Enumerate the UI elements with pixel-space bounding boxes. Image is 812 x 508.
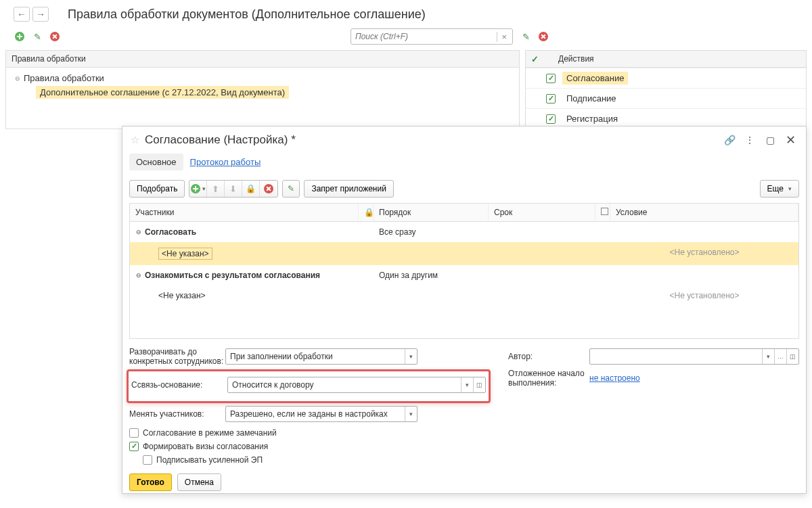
forward-button[interactable]: → [32, 7, 49, 22]
open-icon[interactable]: ◫ [473, 377, 485, 392]
expand-input[interactable]: При заполнении обработки ▾ [225, 348, 418, 365]
action-label-0: Согласование [562, 72, 628, 85]
back-button[interactable]: ← [14, 7, 30, 22]
tree-root-label: Правила обработки [24, 73, 104, 83]
search-wrap: × [351, 28, 513, 45]
page-title: Правила обработки документов (Дополнител… [68, 7, 426, 22]
select-button[interactable]: Подобрать [129, 180, 185, 198]
th-participants: Участники [130, 204, 359, 221]
action-item-0[interactable]: Согласование [526, 68, 806, 88]
condition-2: <Не установлено> [610, 289, 798, 302]
tree-item-label: Дополнительное соглашение (с 27.12.2022,… [36, 86, 289, 99]
expand-value: При заполнении обработки [226, 352, 405, 361]
approval-dialog: ☆ Согласование (Настройка) * 🔗 ⋮ ▢ ✕ Осн… [122, 126, 807, 494]
clear-search-icon[interactable]: × [497, 32, 511, 42]
actions-panel: Действия Согласование Подписание Регистр… [525, 50, 807, 129]
group-title-2: Ознакомиться с результатом согласования [145, 271, 320, 280]
tree-root[interactable]: ⊖ Правила обработки [14, 73, 514, 83]
action-check-1[interactable] [546, 94, 556, 103]
action-label-1: Подписание [562, 92, 621, 105]
chk-remarks-mode[interactable] [129, 428, 139, 438]
edit-participant-button[interactable]: ✎ [282, 180, 300, 198]
link-base-value: Относится к договору [228, 380, 461, 390]
actions-header-label: Действия [558, 54, 594, 64]
th-condition: Условие [610, 204, 798, 221]
edit-icon[interactable]: ✎ [31, 30, 43, 43]
table-row-1[interactable]: <Не указан> <Не установлено> [130, 242, 798, 265]
group-order-2: Один за другим [374, 269, 489, 282]
remove-participant-icon[interactable] [260, 181, 277, 197]
close-icon[interactable]: ✕ [783, 133, 798, 147]
chk-form-visas-label: Формировать визы согласования [143, 442, 268, 451]
table-group-2[interactable]: ⊖ Ознакомиться с результатом согласовани… [130, 265, 798, 285]
link-icon[interactable]: 🔗 [722, 133, 737, 147]
expand-label: Разворачивать до конкретных сотрудников: [129, 347, 225, 367]
maximize-icon[interactable]: ▢ [763, 133, 777, 147]
collapse-icon[interactable]: ⊖ [14, 75, 21, 82]
dropdown-icon[interactable]: ▾ [405, 407, 417, 421]
delayed-start-link[interactable]: не настроено [589, 373, 640, 383]
rules-panel: Правила обработки ⊖ Правила обработки До… [5, 50, 520, 129]
change-participants-value: Разрешено, если не заданы в настройках [226, 409, 405, 419]
th-sq [595, 204, 610, 221]
actions-panel-header: Действия [526, 51, 806, 68]
kebab-icon[interactable]: ⋮ [742, 133, 757, 147]
change-participants-label: Менять участников: [129, 409, 225, 419]
delete-right-icon[interactable] [537, 30, 549, 43]
add-icon[interactable] [14, 30, 26, 43]
group-title-1: Согласовать [145, 227, 196, 237]
open-icon[interactable]: ◫ [786, 349, 798, 364]
action-check-0[interactable] [546, 74, 556, 83]
check-all-icon[interactable] [531, 54, 541, 64]
th-deadline: Срок [489, 204, 595, 221]
group-order-1: Все сразу [374, 225, 489, 239]
condition-1: <Не установлено> [610, 246, 798, 262]
action-item-1[interactable]: Подписание [526, 88, 806, 108]
action-label-2: Регистрация [562, 112, 622, 125]
cancel-button[interactable]: Отмена [177, 474, 221, 491]
table-group-1[interactable]: ⊖ Согласовать Все сразу [130, 222, 798, 242]
dropdown-icon[interactable]: ▾ [405, 349, 417, 364]
chk-sign-enhanced-label: Подписывать усиленной ЭП [156, 455, 263, 465]
highlighted-frame: Ссвязь-основание: Относится к договору ▾… [127, 369, 491, 403]
ok-button[interactable]: Готово [129, 474, 172, 491]
link-base-input[interactable]: Относится к договору ▾ ◫ [227, 377, 486, 393]
th-lock: 🔒 [359, 204, 374, 221]
move-up-icon[interactable]: ⬆ [207, 181, 225, 197]
more-button[interactable]: Еще▾ [760, 180, 799, 198]
participants-table: Участники 🔒 Порядок Срок Условие ⊖ Согла… [129, 203, 799, 339]
chk-remarks-label: Согласование в режиме замечаний [143, 428, 277, 438]
author-input[interactable]: ▾ … ◫ [589, 348, 799, 365]
tab-log[interactable]: Протокол работы [183, 154, 268, 170]
participant-2: <Не указан> [130, 289, 359, 302]
toolbar-group: ▾ ⬆ ⬇ 🔒 [189, 180, 278, 198]
collapse-icon[interactable]: ⊖ [135, 272, 142, 279]
delayed-start-label: Отложенное начало выполнения: [508, 369, 589, 388]
lock-icon[interactable]: 🔒 [242, 181, 260, 197]
table-row-2[interactable]: <Не указан> <Не установлено> [130, 285, 798, 306]
change-participants-input[interactable]: Разрешено, если не заданы в настройках ▾ [225, 406, 418, 422]
chk-form-visas[interactable] [129, 442, 139, 451]
action-check-2[interactable] [546, 114, 556, 124]
dropdown-icon[interactable]: ▾ [762, 349, 774, 364]
collapse-icon[interactable]: ⊖ [135, 229, 142, 235]
author-label: Автор: [508, 352, 589, 361]
ban-attachments-button[interactable]: Запрет приложений [304, 180, 393, 198]
favorite-icon[interactable]: ☆ [131, 134, 139, 146]
add-participant-icon[interactable]: ▾ [189, 181, 207, 197]
th-order: Порядок [374, 204, 489, 221]
chk-sign-enhanced[interactable] [143, 455, 152, 465]
delete-icon[interactable] [49, 30, 61, 43]
dialog-title: Согласование (Настройка) * [145, 133, 717, 147]
dropdown-icon[interactable]: ▾ [461, 377, 473, 392]
move-down-icon[interactable]: ⬇ [225, 181, 242, 197]
tab-main[interactable]: Основное [129, 154, 183, 170]
rules-panel-header: Правила обработки [6, 51, 519, 68]
edit-right-icon[interactable]: ✎ [520, 30, 532, 43]
tree-item[interactable]: Дополнительное соглашение (с 27.12.2022,… [36, 86, 514, 99]
search-input[interactable] [355, 32, 497, 41]
ellipsis-icon[interactable]: … [774, 349, 786, 364]
participant-1: <Не указан> [158, 248, 212, 260]
link-base-label: Ссвязь-основание: [131, 380, 227, 390]
